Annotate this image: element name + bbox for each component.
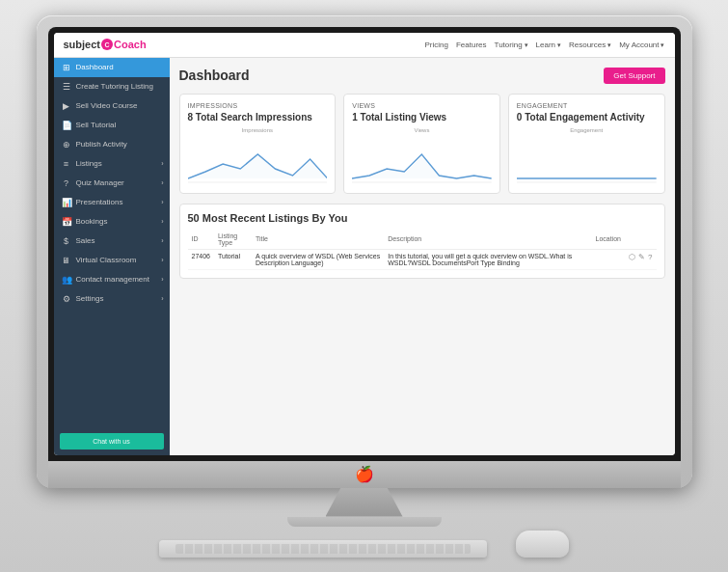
action-buttons: ⬡ ✎ ? xyxy=(629,253,652,261)
logo: subjectCCoach xyxy=(64,39,147,50)
sidebar-item-presentations[interactable]: 📊 Presentations › xyxy=(54,193,170,212)
impressions-value: 8 Total Search Impressions xyxy=(188,112,328,123)
sales-arrow: › xyxy=(161,237,163,244)
bookings-arrow: › xyxy=(161,218,163,225)
nav-resources[interactable]: Resources xyxy=(569,41,611,49)
row-actions: ⬡ ✎ ? xyxy=(625,249,656,269)
peripherals xyxy=(159,531,569,558)
logo-circle: C xyxy=(101,39,113,50)
monitor-screen-bezel: subjectCCoach Pricing Features Tutoring … xyxy=(48,27,681,461)
sidebar-item-create-listing[interactable]: ☰ Create Tutoring Listing xyxy=(54,77,170,96)
row-location xyxy=(592,249,625,269)
nav-pricing[interactable]: Pricing xyxy=(425,41,448,49)
engagement-card: Engagement 0 Total Engagement Activity E… xyxy=(508,94,665,194)
sidebar-item-quiz[interactable]: ? Quiz Manager › xyxy=(54,174,170,193)
mouse xyxy=(516,531,569,558)
sidebar-item-dashboard[interactable]: ⊞ Dashboard xyxy=(54,58,170,77)
sidebar-item-sales[interactable]: $ Sales › xyxy=(54,232,170,251)
listings-icon: ≡ xyxy=(62,159,71,169)
col-type: Listing Type xyxy=(214,230,252,250)
table-row: 27406 Tutorial A quick overview of WSDL … xyxy=(188,249,657,269)
engagement-value: 0 Total Engagement Activity xyxy=(517,112,657,123)
main-layout: ⊞ Dashboard ☰ Create Tutoring Listing ▶ … xyxy=(54,58,675,455)
sidebar-item-sell-video[interactable]: ▶ Sell Video Course xyxy=(54,96,170,116)
monitor-base: 🍎 xyxy=(48,461,681,488)
keyboard xyxy=(159,540,487,558)
contact-arrow: › xyxy=(161,276,163,283)
views-svg xyxy=(352,135,492,183)
col-actions xyxy=(625,230,656,250)
sidebar-label-sales: Sales xyxy=(76,236,95,245)
sell-tutorial-icon: 📄 xyxy=(62,121,71,130)
publish-icon: ⊕ xyxy=(62,140,71,150)
sidebar-label-presentations: Presentations xyxy=(76,198,123,206)
settings-arrow: › xyxy=(161,295,163,302)
settings-icon: ⚙ xyxy=(62,294,71,304)
presentations-arrow: › xyxy=(161,199,163,205)
logo-coach: Coach xyxy=(114,39,147,50)
row-title: A quick overview of WSDL (Web Services D… xyxy=(252,249,384,269)
sidebar-item-contact[interactable]: 👥 Contact management › xyxy=(54,270,170,289)
dashboard-icon: ⊞ xyxy=(62,63,71,72)
nav-learn[interactable]: Learn xyxy=(536,41,561,49)
edit-icon[interactable]: ✎ xyxy=(638,253,645,261)
help-icon[interactable]: ? xyxy=(648,253,652,261)
sidebar-item-sell-tutorial[interactable]: 📄 Sell Tutorial xyxy=(54,116,170,135)
sidebar-label-contact: Contact management xyxy=(76,275,150,284)
virtual-classroom-arrow: › xyxy=(161,257,163,263)
monitor-container: subjectCCoach Pricing Features Tutoring … xyxy=(37,15,692,558)
listings-table: ID Listing Type Title Description Locati… xyxy=(188,230,657,270)
content-header: Dashboard Get Support xyxy=(179,68,665,84)
row-id: 27406 xyxy=(188,249,214,269)
sidebar-item-virtual-classroom[interactable]: 🖥 Virtual Classroom › xyxy=(54,251,170,270)
bookings-icon: 📅 xyxy=(62,217,71,227)
content-area: Dashboard Get Support Impressions 8 Tota… xyxy=(170,58,675,455)
stats-row: Impressions 8 Total Search Impressions I… xyxy=(179,94,665,194)
impressions-label: Impressions xyxy=(188,102,328,109)
apple-logo: 🍎 xyxy=(355,465,374,483)
views-label: Views xyxy=(352,102,492,109)
listings-arrow: › xyxy=(161,160,163,167)
views-chart-title: Views xyxy=(352,127,492,133)
sidebar-label-publish: Publish Activity xyxy=(76,140,127,149)
sidebar-label-virtual-classroom: Virtual Classroom xyxy=(76,256,137,264)
nav-account[interactable]: My Account xyxy=(619,41,664,49)
share-icon[interactable]: ⬡ xyxy=(629,253,635,261)
nav-features[interactable]: Features xyxy=(456,41,487,49)
views-chart: Views xyxy=(352,127,492,185)
nav-tutoring[interactable]: Tutoring xyxy=(495,41,528,49)
table-section: 50 Most Recent Listings By You ID Listin… xyxy=(179,204,665,279)
quiz-arrow: › xyxy=(161,179,163,186)
chat-button[interactable]: Chat with us xyxy=(60,433,164,449)
get-support-button[interactable]: Get Support xyxy=(604,68,664,84)
sidebar-item-publish[interactable]: ⊕ Publish Activity xyxy=(54,135,170,154)
sidebar-label-dashboard: Dashboard xyxy=(76,63,114,71)
col-location: Location xyxy=(592,230,625,250)
top-nav: subjectCCoach Pricing Features Tutoring … xyxy=(54,33,675,58)
sidebar-item-listings[interactable]: ≡ Listings › xyxy=(54,154,170,174)
row-desc: In this tutorial, you will get a quick o… xyxy=(384,249,591,269)
sidebar: ⊞ Dashboard ☰ Create Tutoring Listing ▶ … xyxy=(54,58,170,455)
col-id: ID xyxy=(188,230,214,250)
col-title: Title xyxy=(252,230,384,250)
monitor-foot xyxy=(287,517,442,527)
presentations-icon: 📊 xyxy=(62,198,71,207)
sidebar-item-bookings[interactable]: 📅 Bookings › xyxy=(54,212,170,232)
col-desc: Description xyxy=(384,230,591,250)
sell-video-icon: ▶ xyxy=(62,101,71,111)
monitor-outer: subjectCCoach Pricing Features Tutoring … xyxy=(37,15,692,488)
impressions-chart-title: Impressions xyxy=(188,127,328,133)
sidebar-label-quiz: Quiz Manager xyxy=(76,178,124,187)
row-type: Tutorial xyxy=(214,249,252,269)
engagement-chart: Engagement * Engagement includes Faceboo… xyxy=(517,127,657,185)
page-title: Dashboard xyxy=(179,68,250,83)
sidebar-label-bookings: Bookings xyxy=(76,217,108,226)
quiz-icon: ? xyxy=(62,178,71,188)
monitor-screen: subjectCCoach Pricing Features Tutoring … xyxy=(54,33,675,455)
sidebar-label-sell-video: Sell Video Course xyxy=(76,101,138,110)
sidebar-item-settings[interactable]: ⚙ Settings › xyxy=(54,289,170,309)
impressions-svg xyxy=(188,135,328,183)
keyboard-keys xyxy=(175,544,471,554)
nav-links: Pricing Features Tutoring Learn Resource… xyxy=(425,41,665,49)
monitor-stand xyxy=(326,488,403,517)
